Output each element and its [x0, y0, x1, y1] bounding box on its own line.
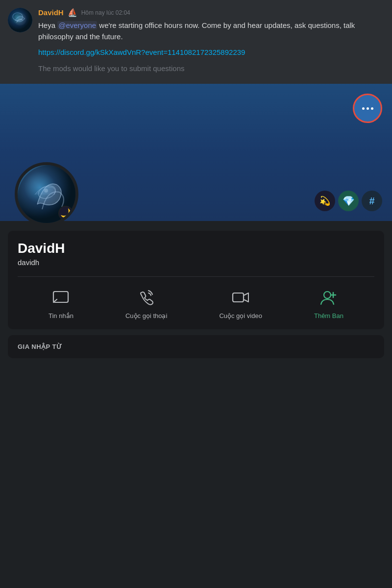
- svg-rect-6: [233, 293, 244, 302]
- svg-point-2: [18, 165, 78, 226]
- dot-2: [367, 107, 369, 110]
- message-button[interactable]: Tin nhắn: [49, 287, 74, 319]
- add-friend-button[interactable]: Thêm Ban: [314, 287, 343, 319]
- more-options-button[interactable]: [353, 94, 382, 123]
- add-friend-label: Thêm Ban: [314, 312, 343, 319]
- svg-point-4: [44, 189, 48, 193]
- dot-1: [362, 107, 365, 110]
- svg-point-7: [324, 292, 331, 298]
- message-icon: [50, 287, 72, 308]
- discord-link[interactable]: https://discord.gg/kSkXawdVnR?event=1141…: [38, 47, 384, 58]
- profile-badges: 💫 💎 #: [315, 191, 382, 211]
- badge-sparkle: 💫: [315, 191, 335, 211]
- mention-everyone[interactable]: @everyone: [57, 21, 97, 29]
- chat-user-avatar: [8, 8, 32, 32]
- profile-divider: [18, 276, 374, 277]
- profile-info-card: DavidH davidh Tin nhắn Cuộc gọi: [8, 231, 384, 329]
- profile-banner: 🌙 💫 💎 #: [0, 84, 392, 221]
- voice-call-label: Cuộc gọi thoại: [125, 312, 167, 319]
- badge-hash: #: [362, 191, 382, 211]
- chat-username: DavidH: [38, 8, 64, 17]
- action-buttons: Tin nhắn Cuộc gọi thoại Cuộc gọi vide: [18, 287, 374, 319]
- video-call-label: Cuộc gọi video: [219, 312, 262, 319]
- join-title: GIA NHẬP TỪ: [18, 343, 374, 350]
- badge-diamond: 💎: [338, 191, 359, 211]
- more-options-dots: [362, 107, 373, 110]
- profile-avatar-container: 🌙: [15, 162, 78, 226]
- voice-call-button[interactable]: Cuộc gọi thoại: [125, 287, 167, 319]
- chat-footer-text: The mods would like you to submit questi…: [38, 63, 384, 74]
- voice-call-icon: [136, 287, 157, 308]
- chat-message-content: DavidH ⛵ Hôm nay lúc 02:04 Heya @everyon…: [38, 8, 384, 74]
- video-call-icon: [230, 287, 251, 308]
- add-friend-icon: [318, 287, 340, 308]
- message-label: Tin nhắn: [49, 312, 74, 319]
- chat-header: DavidH ⛵ Hôm nay lúc 02:04: [38, 8, 384, 17]
- dot-3: [371, 107, 373, 110]
- video-call-button[interactable]: Cuộc gọi video: [219, 287, 262, 319]
- chat-message-text: Heya @everyone we're starting office hou…: [38, 20, 384, 42]
- chat-timestamp: Hôm nay lúc 02:04: [81, 9, 130, 16]
- chat-section: DavidH ⛵ Hôm nay lúc 02:04 Heya @everyon…: [0, 0, 392, 84]
- profile-display-name: DavidH: [18, 241, 374, 256]
- join-section: GIA NHẬP TỪ: [8, 335, 384, 358]
- svg-point-1: [13, 13, 23, 21]
- profile-avatar: 🌙: [15, 162, 78, 226]
- moon-badge: 🌙: [58, 206, 73, 220]
- svg-point-0: [8, 8, 32, 32]
- boat-icon: ⛵: [68, 8, 77, 17]
- svg-point-3: [37, 184, 57, 201]
- profile-handle: davidh: [18, 258, 374, 267]
- message-pre-mention: Heya: [38, 21, 57, 29]
